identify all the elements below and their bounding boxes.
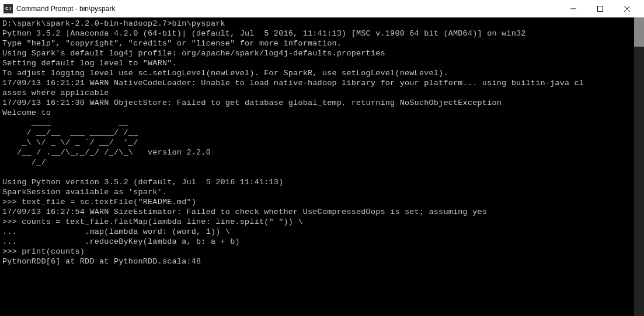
svg-rect-1 [598, 6, 603, 12]
maximize-button[interactable] [587, 0, 614, 17]
scrollbar[interactable] [634, 17, 644, 316]
terminal-output[interactable]: D:\spark\spark-2.2.0-bin-hadoop2.7>bin\p… [0, 17, 644, 316]
close-icon [624, 6, 630, 12]
window-title: Command Prompt - bin\pyspark [16, 5, 560, 13]
close-button[interactable] [614, 0, 640, 17]
title-bar: C:\ Command Prompt - bin\pyspark [0, 0, 644, 17]
maximize-icon [597, 6, 603, 12]
scrollbar-thumb[interactable] [634, 17, 644, 47]
cmd-icon: C:\ [4, 4, 13, 13]
minimize-icon [570, 6, 576, 12]
window-controls [560, 0, 640, 17]
minimize-button[interactable] [560, 0, 587, 17]
